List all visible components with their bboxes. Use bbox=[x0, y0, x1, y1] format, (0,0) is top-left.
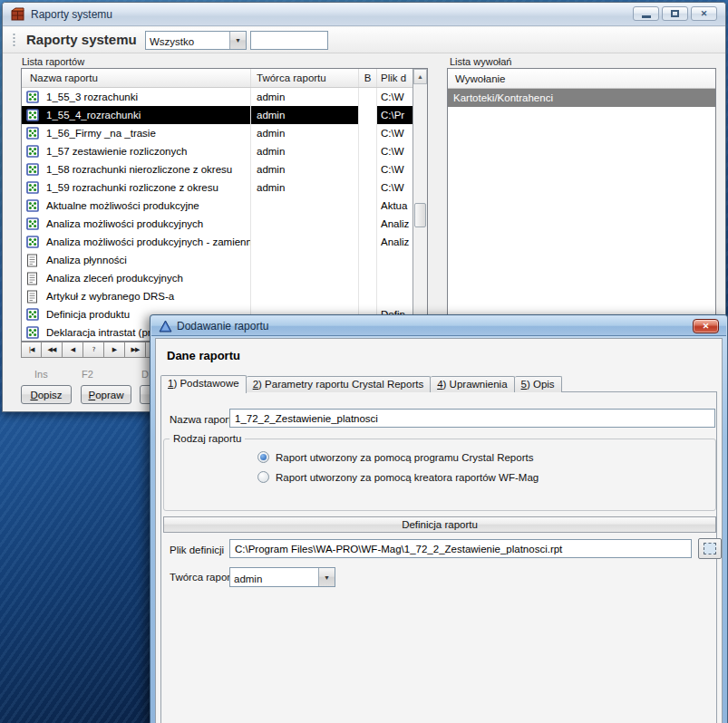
table-row[interactable]: 1_55_4_rozrachunkiadminC:\Pr bbox=[22, 106, 413, 124]
edit-button[interactable]: Popraw bbox=[81, 385, 131, 404]
report-b bbox=[359, 106, 377, 124]
crystal-report-icon bbox=[26, 181, 40, 195]
close-icon: ✕ bbox=[701, 10, 708, 18]
column-header-author[interactable]: Twórca raportu bbox=[251, 69, 359, 87]
dialog-heading: Dane raportu bbox=[167, 349, 240, 362]
report-file bbox=[377, 269, 413, 287]
radio-option[interactable]: Raport utworzony za pomocą programu Crys… bbox=[257, 451, 533, 463]
maximize-button[interactable] bbox=[662, 6, 688, 21]
report-file: C:\W bbox=[377, 178, 413, 197]
table-row[interactable]: 1_57 zestawienie rozliczonychadminC:\W bbox=[22, 142, 413, 160]
report-b bbox=[359, 197, 377, 215]
report-name-input[interactable] bbox=[229, 409, 715, 428]
report-b bbox=[359, 124, 377, 142]
scrollbar-thumb[interactable] bbox=[414, 203, 426, 227]
shortcut-hint-f2: F2 bbox=[82, 369, 93, 380]
scroll-up-icon[interactable]: ▲ bbox=[413, 69, 427, 84]
column-header-name[interactable]: Nazwa raportu bbox=[22, 69, 251, 87]
report-name: 1_59 rozrachunki rozliczone z okresu bbox=[46, 182, 218, 193]
report-author bbox=[251, 251, 359, 269]
table-row[interactable]: Analiza płynności bbox=[22, 251, 413, 269]
report-name: Deklaracja intrastat (przy bbox=[46, 327, 161, 338]
add-button[interactable]: Dopisz bbox=[21, 385, 72, 404]
report-author bbox=[251, 197, 359, 215]
report-name: Analiza możliwości produkcyjnych - zamie… bbox=[46, 236, 251, 247]
column-header-file[interactable]: Plik d bbox=[377, 69, 413, 87]
call-list-rows: Kartoteki/Kontrahenci bbox=[448, 89, 715, 107]
close-button[interactable]: ✕ bbox=[691, 6, 717, 21]
column-header-b[interactable]: B bbox=[359, 69, 377, 87]
report-author: admin bbox=[251, 124, 359, 142]
nav-button[interactable]: ▶▶ bbox=[125, 342, 146, 358]
definition-section-button[interactable]: Definicja raportu bbox=[163, 516, 716, 533]
minimize-button[interactable] bbox=[633, 6, 659, 21]
radio-option[interactable]: Raport utworzony za pomocą kreatora rapo… bbox=[257, 471, 539, 483]
document-icon bbox=[26, 272, 40, 285]
dialog-tabs: 1) Podstawowe2) Parametry raportu Crysta… bbox=[160, 374, 562, 392]
browse-icon bbox=[704, 543, 716, 554]
radio-icon[interactable] bbox=[257, 471, 269, 483]
dialog-titlebar[interactable]: Dodawanie raportu ✕ bbox=[151, 316, 726, 336]
chevron-down-icon[interactable]: ▼ bbox=[229, 32, 246, 49]
nav-button[interactable]: |◀ bbox=[21, 342, 42, 358]
tab[interactable]: 4) Uprawnienia bbox=[431, 376, 514, 392]
table-row[interactable]: 1_58 rozrachunki nierozliczone z okresua… bbox=[22, 160, 413, 178]
vertical-scrollbar[interactable]: ▲ ▼ bbox=[413, 69, 427, 341]
report-b bbox=[359, 215, 377, 233]
table-row[interactable]: Artykuł z wybranego DRS-a bbox=[22, 287, 413, 305]
nav-button[interactable]: ? bbox=[83, 342, 104, 358]
chevron-down-icon[interactable]: ▼ bbox=[318, 568, 335, 586]
name-field-label: Nazwa raportu bbox=[170, 414, 238, 425]
dialog-close-button[interactable]: ✕ bbox=[693, 319, 719, 333]
table-row[interactable]: 1_59 rozrachunki rozliczone z okresuadmi… bbox=[22, 178, 413, 197]
desktop: { "icons": { "close_x": "✕", "dropdown_a… bbox=[0, 0, 728, 723]
report-type-label: Rodzaj raportu bbox=[170, 433, 245, 444]
report-b bbox=[359, 178, 377, 197]
report-name: Aktualne możliwości produkcyjne bbox=[46, 200, 199, 211]
minimize-icon bbox=[642, 15, 651, 18]
report-file: C:\Pr bbox=[377, 106, 413, 124]
call-list[interactable]: Wywołanie Kartoteki/Kontrahenci bbox=[447, 68, 716, 342]
report-name: 1_57 zestawienie rozliczonych bbox=[46, 146, 187, 157]
author-combobox[interactable]: ▼ bbox=[229, 567, 335, 587]
document-icon bbox=[26, 254, 40, 267]
report-author: admin bbox=[251, 88, 359, 106]
radio-icon[interactable] bbox=[257, 451, 269, 463]
browse-button[interactable] bbox=[698, 538, 722, 559]
definition-file-input[interactable] bbox=[229, 539, 692, 558]
filter-combobox[interactable]: ▼ bbox=[145, 31, 247, 50]
report-table[interactable]: Nazwa raportu Twórca raportu B Plik d 1_… bbox=[21, 68, 428, 342]
toolbar-grip-handle[interactable] bbox=[13, 33, 15, 48]
nav-button[interactable]: ◀◀ bbox=[42, 342, 63, 358]
tab[interactable]: 2) Parametry raportu Crystal Reports bbox=[247, 376, 432, 392]
maximize-icon bbox=[671, 10, 679, 17]
report-file: Aktua bbox=[377, 197, 413, 215]
report-file bbox=[377, 287, 413, 305]
record-navigator: |◀◀◀◀?▶▶▶▶| bbox=[21, 342, 167, 358]
dialog-title: Dodawanie raportu bbox=[177, 320, 268, 333]
nav-button[interactable]: ◀ bbox=[63, 342, 83, 358]
table-row[interactable]: Analiza możliwości produkcyjnych - zamie… bbox=[22, 233, 413, 251]
report-author bbox=[251, 233, 359, 251]
titlebar[interactable]: Raporty systemu ✕ bbox=[3, 3, 725, 26]
table-row[interactable]: 1_55_3 rozrachunkiadminC:\W bbox=[22, 88, 413, 106]
tab[interactable]: 5) Opis bbox=[515, 376, 562, 392]
table-row[interactable]: Analiza zleceń produkcyjnych bbox=[22, 269, 413, 287]
shortcut-hint-ins: Ins bbox=[34, 369, 48, 380]
table-row[interactable]: Analiza możliwości produkcyjnychAnaliz bbox=[22, 215, 413, 233]
filter-value[interactable] bbox=[146, 32, 229, 49]
crystal-report-icon bbox=[26, 236, 40, 249]
window-title: Raporty systemu bbox=[31, 8, 112, 21]
table-row[interactable]: Aktualne możliwości produkcyjneAktua bbox=[22, 197, 413, 215]
tab[interactable]: 1) Podstawowe bbox=[160, 375, 247, 393]
report-table-header[interactable]: Nazwa raportu Twórca raportu B Plik d bbox=[22, 69, 413, 88]
list-item[interactable]: Kartoteki/Kontrahenci bbox=[448, 89, 715, 107]
report-author: admin bbox=[251, 160, 359, 178]
nav-button[interactable]: ▶ bbox=[104, 342, 125, 358]
search-input[interactable] bbox=[250, 31, 328, 50]
toolbar: Raporty systemu ▼ bbox=[3, 27, 725, 53]
report-file: C:\W bbox=[377, 142, 413, 160]
table-row[interactable]: 1_56_Firmy _na _trasieadminC:\W bbox=[22, 124, 413, 142]
column-header-call[interactable]: Wywołanie bbox=[448, 69, 715, 89]
author-value[interactable] bbox=[230, 568, 318, 586]
